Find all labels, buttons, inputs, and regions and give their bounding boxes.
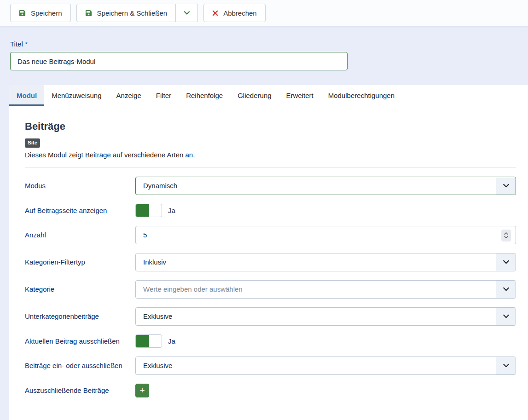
count-value: 5: [143, 231, 147, 239]
toolbar: Speichern Speichern & Schließen Abbreche…: [0, 0, 528, 26]
tab-erweitert[interactable]: Erweitert: [279, 85, 321, 106]
tab-anzeige[interactable]: Anzeige: [109, 85, 149, 106]
form-row-subcategory-articles: Unterkategorienbeiträge Exklusive: [25, 307, 516, 326]
form-row-modus: Modus Dynamisch: [25, 177, 516, 195]
articles-to-exclude-label: Auszuschließende Beiträge: [25, 386, 135, 394]
save-options-dropdown-toggle[interactable]: [176, 4, 198, 22]
modus-select[interactable]: Dynamisch: [135, 177, 516, 195]
tab-reihenfolge[interactable]: Reihenfolge: [179, 85, 230, 106]
module-description: Dieses Modul zeigt Beiträge auf verschie…: [25, 151, 516, 159]
tab-filter[interactable]: Filter: [149, 85, 179, 106]
category-label: Kategorie: [25, 285, 135, 293]
subcategory-articles-label: Unterkategorienbeiträge: [25, 312, 135, 320]
number-spinner[interactable]: [501, 230, 511, 242]
category-filter-type-select[interactable]: Inklusiv: [135, 253, 516, 271]
plus-icon: +: [139, 386, 145, 395]
cancel-button[interactable]: Abbrechen: [203, 4, 266, 22]
include-exclude-articles-select[interactable]: Exklusive: [135, 357, 516, 375]
client-badge: Site: [25, 138, 40, 148]
show-on-article-page-label: Auf Beitragsseite anzeigen: [25, 207, 135, 214]
cancel-button-label: Abbrechen: [223, 9, 257, 17]
form-row-include-exclude-articles: Beiträge ein- oder ausschließen Exklusiv…: [25, 357, 516, 375]
form-row-show-on-article-page: Auf Beitragsseite anzeigen Ja: [25, 204, 516, 217]
tab-menuezuweisung[interactable]: Menüzuweisung: [44, 85, 109, 106]
chevron-down-icon: [496, 177, 516, 195]
chevron-down-icon: [183, 9, 191, 17]
save-button-label: Speichern: [31, 9, 62, 17]
category-filter-type-value: Inklusiv: [143, 258, 166, 266]
title-input[interactable]: [10, 52, 348, 70]
modus-label: Modus: [25, 182, 135, 190]
show-on-article-page-value: Ja: [168, 207, 175, 214]
save-close-button-group: Speichern & Schließen: [76, 4, 198, 22]
form-row-exclude-current-article: Aktuellen Beitrag ausschließen Ja: [25, 334, 516, 348]
toggle-knob: [136, 335, 149, 347]
exclude-current-article-value: Ja: [168, 337, 175, 345]
tab-gliederung[interactable]: Gliederung: [230, 85, 279, 106]
title-label: Titel *: [10, 40, 518, 48]
save-icon: [19, 10, 26, 17]
chevron-down-icon: [496, 281, 516, 298]
form-row-count: Anzahl 5: [25, 226, 516, 244]
chevron-down-icon: [496, 357, 516, 374]
subcategory-articles-value: Exklusive: [143, 312, 172, 320]
form-row-category: Kategorie Werte eingeben oder auswählen: [25, 280, 516, 299]
count-input[interactable]: 5: [135, 226, 516, 244]
toggle-knob: [136, 204, 149, 217]
subcategory-articles-select[interactable]: Exklusive: [135, 307, 516, 326]
tab-bar: Modul Menüzuweisung Anzeige Filter Reihe…: [9, 85, 528, 106]
include-exclude-articles-value: Exklusive: [143, 362, 172, 369]
include-exclude-articles-label: Beiträge ein- oder ausschließen: [25, 362, 135, 369]
module-type-heading: Beiträge: [25, 121, 516, 132]
category-select[interactable]: Werte eingeben oder auswählen: [135, 280, 516, 299]
divider: [25, 167, 516, 168]
title-section: Titel *: [0, 26, 528, 70]
module-edit-panel: Modul Menüzuweisung Anzeige Filter Reihe…: [9, 85, 528, 420]
save-close-button[interactable]: Speichern & Schließen: [76, 4, 176, 22]
modus-selected-value: Dynamisch: [143, 182, 177, 190]
form-row-category-filter-type: Kategorien-Filtertyp Inklusiv: [25, 253, 516, 271]
count-label: Anzahl: [25, 231, 135, 239]
save-close-button-label: Speichern & Schließen: [97, 9, 168, 17]
save-icon: [85, 10, 92, 17]
chevron-down-icon: [496, 253, 516, 271]
close-icon: [212, 10, 218, 16]
tab-content-modul: Beiträge Site Dieses Modul zeigt Beiträg…: [9, 106, 528, 420]
chevron-down-icon: [496, 308, 516, 325]
add-article-button[interactable]: +: [135, 384, 149, 397]
form-row-articles-to-exclude: Auszuschließende Beiträge +: [25, 384, 516, 397]
show-on-article-page-toggle[interactable]: [135, 204, 162, 217]
tab-modulberechtigungen[interactable]: Modulberechtigungen: [321, 85, 402, 106]
exclude-current-article-toggle[interactable]: [135, 334, 162, 348]
exclude-current-article-label: Aktuellen Beitrag ausschließen: [25, 337, 135, 345]
tab-modul[interactable]: Modul: [9, 85, 44, 106]
category-filter-type-label: Kategorien-Filtertyp: [25, 258, 135, 266]
save-button[interactable]: Speichern: [10, 4, 71, 22]
category-placeholder: Werte eingeben oder auswählen: [143, 285, 243, 293]
